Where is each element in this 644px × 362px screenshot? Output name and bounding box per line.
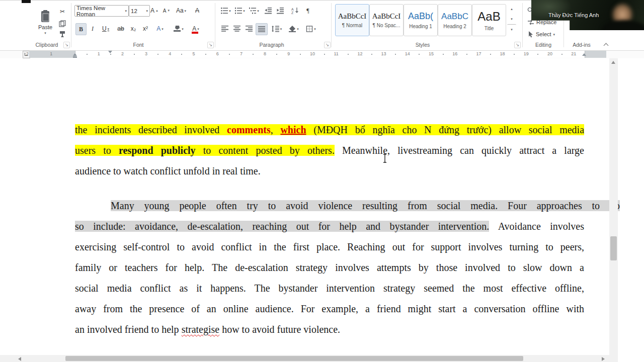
style-no-spacing[interactable]: AaBbCcI ¶ No Spac...	[369, 4, 404, 36]
document-line[interactable]: an involved friend to help strategise ho…	[75, 322, 584, 336]
styles-gallery-more-button[interactable]: ▾	[507, 24, 516, 34]
bullets-button[interactable]: ▾	[219, 5, 232, 16]
sort-button[interactable]: AZ	[289, 5, 301, 16]
align-right-button[interactable]	[244, 23, 255, 34]
italic-button[interactable]: I	[88, 23, 98, 34]
styles-dialog-launcher[interactable]: ↘	[514, 42, 521, 48]
numbering-caret-icon: ▾	[243, 9, 245, 13]
scroll-left-icon[interactable]	[18, 357, 21, 361]
clear-formatting-button[interactable]: A	[191, 5, 203, 16]
grow-caret-icon: ▲	[155, 9, 158, 12]
left-indent-marker[interactable]	[73, 56, 77, 58]
text-effects-icon: A	[156, 25, 160, 32]
group-divider	[71, 3, 71, 47]
horizontal-ruler[interactable]: 12345678910111213141516171819202121	[29, 51, 606, 58]
bold-button[interactable]: B	[75, 23, 87, 35]
ruler-number: 1	[98, 51, 100, 56]
scroll-up-icon[interactable]	[611, 61, 615, 64]
style-normal[interactable]: AaBbCcI ¶ Normal	[335, 4, 369, 36]
highlight-color-button[interactable]: ▾	[171, 23, 186, 34]
paragraph-dialog-launcher[interactable]: ↘	[324, 42, 331, 48]
text-effects-button[interactable]: A▾	[153, 23, 167, 34]
font-color-button[interactable]: A ▾	[188, 23, 203, 34]
ruler-tick	[348, 54, 349, 55]
ruler-number: 17	[476, 51, 481, 56]
text-run: allow social media	[499, 124, 584, 135]
align-center-button[interactable]	[231, 23, 243, 34]
ruler-tick	[443, 54, 444, 55]
font-name-combobox[interactable]: Times New Roman▾	[74, 5, 129, 17]
ruler-tick	[466, 54, 467, 55]
first-line-indent-marker[interactable]	[108, 51, 112, 53]
vertical-scrollbar[interactable]	[609, 58, 618, 355]
grow-font-button[interactable]: A▲	[149, 5, 160, 16]
shading-button[interactable]: ▾	[287, 23, 301, 34]
copy-icon	[59, 20, 66, 27]
change-case-button[interactable]: Aa▾	[174, 5, 188, 16]
styles-gallery-down-button[interactable]: ▾	[507, 14, 516, 23]
ibeam-cursor	[382, 154, 387, 163]
document-line[interactable]: Many young people often try to avoid vio…	[75, 199, 620, 213]
increase-indent-button[interactable]	[275, 5, 286, 16]
document-line[interactable]: the incidents described involved comment…	[75, 123, 584, 137]
clipboard-dialog-launcher[interactable]: ↘	[63, 42, 70, 48]
document-line[interactable]: users to respond publicly to content pos…	[75, 143, 584, 157]
horizontal-scrollbar[interactable]	[0, 355, 609, 362]
collapse-ribbon-button[interactable]	[604, 42, 609, 47]
align-left-icon	[221, 26, 228, 32]
horizontal-scrollbar-thumb[interactable]	[65, 356, 523, 361]
underline-button[interactable]: U▾	[99, 23, 113, 34]
hanging-indent-marker[interactable]	[73, 53, 77, 56]
superscript-button[interactable]: x²	[140, 23, 151, 34]
ruler-tick	[253, 54, 254, 55]
select-button[interactable]: Select ▾	[527, 29, 555, 39]
gallery-up-icon: ▴	[511, 7, 513, 11]
align-center-icon	[233, 26, 240, 32]
window-chrome-fragment	[22, 0, 31, 3]
ruler-number: 16	[452, 51, 457, 56]
styles-gallery-up-button[interactable]: ▴	[507, 4, 516, 13]
document-page[interactable]: the incidents described involved comment…	[0, 58, 609, 355]
grow-font-icon: A	[150, 7, 154, 14]
multilevel-list-button[interactable]: ▾	[248, 5, 261, 16]
vertical-scrollbar-thumb[interactable]	[610, 236, 617, 260]
document-line[interactable]: social media conflict as it happens. The…	[75, 281, 584, 295]
copy-button[interactable]	[57, 18, 67, 29]
strikethrough-button[interactable]: ab	[115, 23, 127, 34]
document-line[interactable]: audience to watch conflict unfold in rea…	[75, 164, 584, 178]
shrink-font-button[interactable]: A▼	[161, 5, 172, 16]
effects-caret-icon: ▾	[162, 27, 164, 31]
document-line[interactable]: so include: avoidance, de-escalation, re…	[75, 219, 584, 233]
format-painter-button[interactable]	[57, 29, 67, 40]
multilevel-caret-icon: ▾	[257, 9, 259, 13]
paste-caret-icon: ▾	[44, 31, 46, 35]
paste-button[interactable]: Paste ▾	[33, 4, 57, 40]
text-run: comments	[227, 124, 271, 135]
align-left-button[interactable]	[219, 23, 230, 34]
text-run: so include: avoidance, de-escalation, re…	[75, 221, 489, 232]
ruler-number: 6	[216, 51, 219, 56]
decrease-indent-button[interactable]	[263, 5, 274, 16]
document-line[interactable]: exercising self-control to avoid conflic…	[75, 240, 584, 254]
ruler-number: 7	[240, 51, 243, 56]
style-heading-1[interactable]: AaBb( Heading 1	[404, 4, 438, 36]
justify-button[interactable]	[256, 23, 268, 35]
bullets-caret-icon: ▾	[229, 9, 231, 13]
document-line[interactable]: family or teachers for help. The de-esca…	[75, 260, 584, 275]
document-line[interactable]: away from the presence of an online audi…	[75, 302, 584, 316]
subscript-button[interactable]: x₂	[128, 23, 139, 34]
style-title[interactable]: AaB Title	[472, 4, 506, 36]
scroll-right-icon[interactable]	[602, 357, 605, 361]
show-paragraph-marks-button[interactable]: ¶	[303, 5, 313, 16]
ruler-number: 11	[334, 51, 339, 56]
ruler-number: 2	[121, 51, 124, 56]
borders-button[interactable]: ▾	[304, 23, 318, 34]
font-size-combobox[interactable]: 12▾	[129, 5, 150, 17]
font-dialog-launcher[interactable]: ↘	[207, 42, 214, 48]
cut-button[interactable]: ✂	[57, 6, 67, 17]
numbering-button[interactable]: ▾	[233, 5, 247, 16]
right-indent-marker[interactable]	[582, 53, 586, 56]
style-heading-2[interactable]: AaBbC Heading 2	[438, 4, 472, 36]
line-spacing-button[interactable]: ▾	[270, 23, 284, 34]
text-run: Many young people often try to avoid vio…	[111, 200, 620, 211]
